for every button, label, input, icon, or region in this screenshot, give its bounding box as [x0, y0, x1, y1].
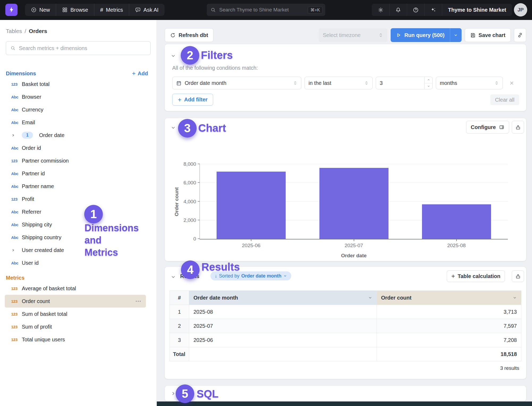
plus-circle-icon	[31, 7, 37, 13]
field-label: Order id	[22, 145, 41, 151]
field-label: Basket total	[22, 81, 50, 87]
run-query-dropdown[interactable]	[450, 28, 462, 42]
timezone-placeholder: Select timezone	[323, 32, 361, 38]
ai-sparkles-button[interactable]	[424, 4, 442, 16]
remove-filter-button[interactable]: ×	[510, 80, 514, 86]
breadcrumb-separator: /	[25, 28, 26, 34]
field-row[interactable]: AbcPartner name	[5, 180, 146, 193]
share-export-icon	[515, 125, 521, 130]
lightning-bolt-icon	[8, 6, 15, 13]
table-row: 12025-083,713	[170, 305, 521, 319]
row-dimension: 2025-08	[189, 305, 377, 319]
field-row[interactable]: 123Average of basket total	[5, 282, 146, 295]
metrics-header: Metrics	[6, 275, 148, 281]
stepper-down-button[interactable]	[425, 83, 432, 89]
org-switcher[interactable]: Thyme to Shine Market	[442, 4, 512, 16]
export-chart-button[interactable]	[512, 121, 524, 134]
notifications-button[interactable]	[389, 4, 407, 16]
nav-item-ask-ai[interactable]: Ask AI	[129, 4, 164, 16]
field-row[interactable]: AbcCurrency	[5, 103, 146, 116]
field-row[interactable]: 123Total unique users	[5, 333, 146, 346]
number-type-icon: 123	[11, 82, 22, 86]
run-query-button[interactable]: Run query (500)	[391, 28, 462, 42]
nav-item-label: Metrics	[106, 7, 123, 13]
filters-collapse-button[interactable]	[171, 53, 176, 59]
chart-collapse-button[interactable]	[171, 125, 176, 130]
configure-chart-button[interactable]: Configure	[466, 121, 509, 134]
settings-button[interactable]	[372, 4, 389, 16]
field-row[interactable]: AbcReferrer	[5, 205, 146, 218]
app-logo[interactable]	[5, 4, 18, 16]
metric-column-header[interactable]: Order count	[377, 291, 521, 305]
number-type-icon: 123	[11, 337, 22, 342]
refresh-dbt-button[interactable]: Refresh dbt	[165, 28, 213, 42]
filter-field-select[interactable]: Order date month	[172, 77, 301, 89]
select-updown-icon	[364, 81, 369, 85]
global-search-input[interactable]: Search Thyme to Shine Market ⌘+K	[207, 4, 325, 16]
field-row[interactable]: 1Order date	[5, 129, 146, 142]
field-row[interactable]: AbcShipping city	[5, 218, 146, 231]
chevron-down-icon[interactable]	[513, 296, 517, 300]
row-index: 1	[170, 305, 189, 319]
row-value: 7,597	[377, 319, 521, 333]
metric-column-label: Order count	[381, 295, 411, 301]
nav-item-new[interactable]: New	[25, 4, 56, 16]
chevron-down-icon[interactable]	[368, 296, 372, 300]
nav-item-metrics[interactable]: # Metrics	[94, 4, 129, 16]
field-row[interactable]: AbcEmail	[5, 116, 146, 129]
field-row[interactable]: User created date	[5, 244, 146, 256]
field-row[interactable]: 123Profit	[5, 193, 146, 205]
fields-search-input[interactable]: Search metrics + dimensions	[6, 41, 151, 55]
string-type-icon: Abc	[11, 261, 22, 265]
field-row[interactable]: 123Order count⋯	[5, 295, 146, 308]
field-row[interactable]: AbcOrder id	[5, 142, 146, 154]
field-row[interactable]: 123Basket total	[5, 78, 146, 90]
filter-unit-select[interactable]: months	[436, 77, 503, 89]
filter-operator-select[interactable]: in the last	[305, 77, 373, 89]
field-row[interactable]: 123Sum of profit	[5, 320, 146, 333]
row-value: 3,713	[377, 305, 521, 319]
field-label: Profit	[22, 196, 34, 202]
help-button[interactable]	[407, 4, 424, 16]
field-menu-button[interactable]: ⋯	[135, 298, 142, 305]
chevron-right-icon[interactable]	[11, 248, 22, 252]
nav-item-browse[interactable]: Browse	[56, 4, 94, 16]
save-chart-button[interactable]: Save chart	[465, 28, 511, 42]
timezone-select[interactable]: Select timezone	[319, 28, 387, 42]
hash-icon: #	[100, 7, 103, 13]
breadcrumb-tables-link[interactable]: Tables	[6, 28, 22, 34]
row-dimension: 2025-07	[189, 319, 377, 333]
dimension-column-header[interactable]: Order date month	[189, 291, 377, 305]
sorted-by-pill[interactable]: ↓ Sorted by Order date month	[210, 271, 291, 280]
field-row[interactable]: 123Sum of basket total	[5, 308, 146, 320]
field-row[interactable]: 123Partner commission	[5, 154, 146, 167]
field-row[interactable]: AbcShipping country	[5, 231, 146, 244]
table-calculation-button[interactable]: + Table calculation	[447, 270, 505, 282]
field-label: User created date	[22, 247, 64, 253]
results-collapse-button[interactable]	[171, 274, 176, 280]
sql-expand-button[interactable]	[171, 391, 176, 396]
export-results-button[interactable]	[512, 270, 524, 282]
field-label: Order date	[39, 132, 65, 138]
search-icon	[210, 7, 216, 13]
dimensions-list: 123Basket totalAbcBrowserAbcCurrencyAbcE…	[0, 78, 157, 269]
sorted-by-prefix: Sorted by	[219, 273, 239, 279]
filter-value-input[interactable]: 3	[376, 77, 433, 89]
field-row[interactable]: AbcPartner id	[5, 167, 146, 180]
number-type-icon: 123	[11, 197, 22, 201]
stepper-up-button[interactable]	[425, 77, 432, 83]
chart-section: Configure Order count Order date 02,0004…	[165, 118, 526, 261]
chevron-right-icon[interactable]	[11, 133, 22, 137]
add-dimension-button[interactable]: + Add	[132, 71, 148, 77]
clear-all-button[interactable]: Clear all	[490, 94, 519, 105]
string-type-icon: Abc	[11, 171, 22, 176]
share-link-button[interactable]	[514, 28, 526, 42]
user-avatar[interactable]: JP	[514, 3, 527, 16]
run-query-main[interactable]: Run query (500)	[391, 28, 450, 42]
y-axis-label: 0	[175, 236, 196, 242]
field-row[interactable]: AbcUser id	[5, 256, 146, 269]
field-row[interactable]: AbcBrowser	[5, 90, 146, 103]
add-filter-button[interactable]: + Add filter	[172, 94, 213, 106]
chat-star-icon	[135, 7, 141, 13]
help-icon	[413, 7, 419, 13]
